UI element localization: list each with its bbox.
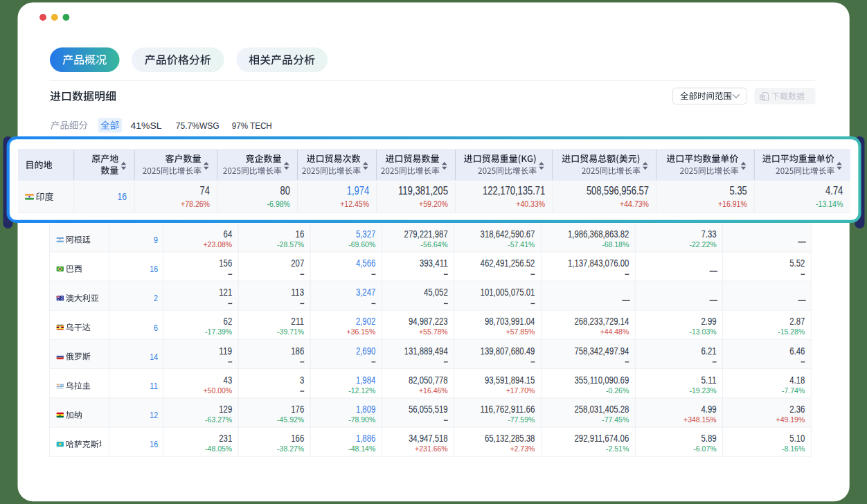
- svg-text:6.21: 6.21: [701, 345, 717, 357]
- svg-text:-12.12%: -12.12%: [348, 386, 375, 395]
- svg-text:355,110,090.69: 355,110,090.69: [575, 375, 629, 386]
- svg-text:-28.57%: -28.57%: [277, 240, 304, 249]
- svg-text:-78.90%: -78.90%: [348, 415, 375, 424]
- svg-text:+17.70%: +17.70%: [506, 386, 535, 395]
- svg-text:-56.64%: -56.64%: [421, 240, 448, 249]
- svg-text:318,642,590.67: 318,642,590.67: [481, 228, 535, 240]
- svg-text:93,591,894.15: 93,591,894.15: [485, 375, 535, 386]
- svg-text:-48.05%: -48.05%: [205, 444, 232, 453]
- svg-text:74: 74: [200, 185, 210, 197]
- svg-text:393,411: 393,411: [420, 258, 448, 269]
- svg-text:+16.46%: +16.46%: [419, 386, 448, 395]
- svg-text:-68.18%: -68.18%: [602, 240, 629, 249]
- svg-text:+2.73%: +2.73%: [510, 444, 535, 453]
- svg-text:2,690: 2,690: [356, 345, 376, 357]
- svg-text:64: 64: [224, 228, 233, 240]
- svg-text:5.35: 5.35: [730, 185, 747, 197]
- svg-text:2: 2: [154, 293, 158, 303]
- svg-text:1,986,368,863.82: 1,986,368,863.82: [568, 228, 629, 240]
- svg-text:268,233,729.14: 268,233,729.14: [575, 316, 629, 327]
- svg-text:1,984: 1,984: [356, 375, 376, 386]
- svg-text:207: 207: [291, 258, 304, 269]
- svg-text:+12.45%: +12.45%: [340, 199, 369, 209]
- svg-text:5.89: 5.89: [701, 433, 717, 444]
- svg-text:121: 121: [219, 287, 232, 298]
- svg-text:+49.19%: +49.19%: [776, 415, 805, 424]
- svg-text:+231.66%: +231.66%: [415, 444, 448, 453]
- svg-text:116,762,911.66: 116,762,911.66: [481, 404, 535, 415]
- svg-text:-38.27%: -38.27%: [277, 444, 304, 453]
- svg-text:-69.60%: -69.60%: [348, 240, 375, 249]
- svg-text:3: 3: [300, 375, 304, 386]
- svg-text:6: 6: [154, 323, 158, 333]
- svg-text:-17.39%: -17.39%: [205, 327, 232, 336]
- svg-text:-15.28%: -15.28%: [778, 327, 805, 336]
- svg-text:5.11: 5.11: [701, 375, 717, 386]
- svg-text:14: 14: [150, 352, 158, 362]
- svg-text:-6.98%: -6.98%: [267, 199, 291, 209]
- svg-text:122,170,135.71: 122,170,135.71: [483, 185, 545, 197]
- svg-text:1,137,843,076.00: 1,137,843,076.00: [568, 258, 629, 269]
- svg-text:462,491,256.52: 462,491,256.52: [481, 258, 535, 269]
- svg-text:+55.78%: +55.78%: [419, 327, 448, 336]
- svg-text:6.46: 6.46: [789, 345, 805, 357]
- svg-text:97% TECH: 97% TECH: [232, 120, 272, 131]
- svg-text:258,031,405.28: 258,031,405.28: [575, 404, 629, 415]
- svg-text:94,987,223: 94,987,223: [409, 316, 448, 327]
- svg-text:186: 186: [291, 345, 304, 357]
- svg-text:+16.91%: +16.91%: [718, 199, 747, 209]
- svg-text:+23.08%: +23.08%: [203, 240, 232, 249]
- svg-text:292,911,674.06: 292,911,674.06: [575, 433, 629, 444]
- svg-text:3,247: 3,247: [356, 287, 376, 298]
- svg-text:279,221,987: 279,221,987: [404, 228, 448, 240]
- svg-text:-22.22%: -22.22%: [689, 240, 716, 249]
- svg-text:45,052: 45,052: [424, 287, 448, 298]
- svg-text:-63.27%: -63.27%: [205, 415, 232, 424]
- svg-text:11: 11: [150, 381, 158, 391]
- svg-text:+57.85%: +57.85%: [506, 327, 535, 336]
- svg-text:2.36: 2.36: [789, 404, 805, 415]
- svg-text:-45.92%: -45.92%: [277, 415, 304, 424]
- svg-text:129: 129: [219, 404, 232, 415]
- svg-text:7.33: 7.33: [701, 228, 717, 240]
- svg-text:4,566: 4,566: [356, 258, 376, 269]
- svg-text:1,809: 1,809: [356, 404, 376, 415]
- svg-text:113: 113: [291, 287, 304, 298]
- svg-text:-13.03%: -13.03%: [689, 327, 716, 336]
- svg-text:56,055,519: 56,055,519: [409, 404, 448, 415]
- svg-text:5.10: 5.10: [789, 433, 805, 444]
- svg-text:+44.48%: +44.48%: [600, 327, 629, 336]
- svg-text:2.99: 2.99: [701, 316, 717, 327]
- svg-text:1,974: 1,974: [347, 185, 369, 197]
- svg-text:-77.45%: -77.45%: [602, 415, 629, 424]
- svg-text:34,947,518: 34,947,518: [409, 433, 448, 444]
- svg-text:101,005,075.01: 101,005,075.01: [481, 287, 535, 298]
- svg-text:41%SL: 41%SL: [130, 120, 162, 131]
- svg-text:+44.73%: +44.73%: [620, 199, 649, 209]
- svg-text:75.7%WSG: 75.7%WSG: [176, 120, 220, 131]
- svg-text:+59.20%: +59.20%: [419, 199, 448, 209]
- svg-text:62: 62: [224, 316, 233, 327]
- svg-text:2,902: 2,902: [356, 316, 376, 327]
- svg-text:-39.71%: -39.71%: [277, 327, 304, 336]
- svg-text:-19.23%: -19.23%: [689, 386, 716, 395]
- svg-text:16: 16: [150, 439, 158, 449]
- svg-text:156: 156: [219, 258, 232, 269]
- svg-text:-57.41%: -57.41%: [508, 240, 535, 249]
- svg-text:-13.14%: -13.14%: [816, 199, 843, 209]
- svg-text:+36.15%: +36.15%: [347, 327, 376, 336]
- svg-text:16: 16: [117, 190, 127, 202]
- svg-text:4.18: 4.18: [789, 375, 805, 386]
- svg-text:-0.26%: -0.26%: [606, 386, 629, 395]
- svg-text:12: 12: [150, 410, 158, 420]
- svg-text:+40.33%: +40.33%: [516, 199, 545, 209]
- svg-text:4.74: 4.74: [825, 185, 843, 197]
- svg-text:+348.15%: +348.15%: [683, 415, 717, 424]
- svg-text:211: 211: [291, 316, 304, 327]
- svg-text:5.52: 5.52: [789, 258, 805, 269]
- svg-text:43: 43: [224, 375, 233, 386]
- svg-text:1,886: 1,886: [356, 433, 376, 444]
- svg-text:5,327: 5,327: [356, 228, 376, 240]
- svg-text:4.99: 4.99: [701, 404, 717, 415]
- svg-text:758,342,497.94: 758,342,497.94: [575, 345, 629, 357]
